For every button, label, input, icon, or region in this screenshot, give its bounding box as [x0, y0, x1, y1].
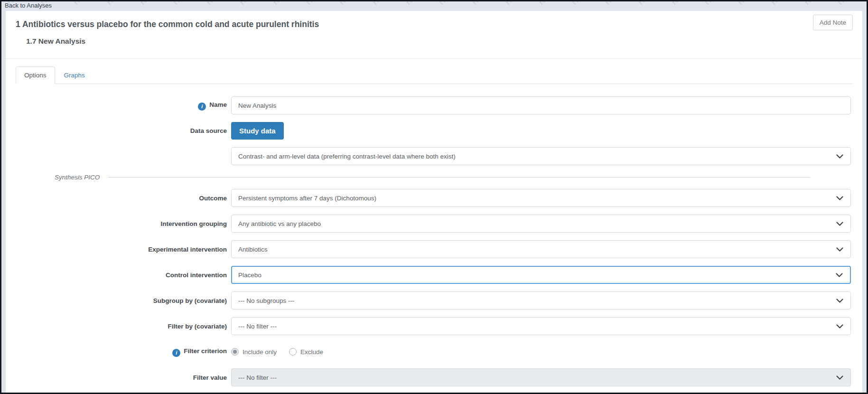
outcome-select[interactable]: Persistent symptoms after 7 days (Dichot…: [231, 189, 851, 207]
subgroup-by-label: Subgroup by (covariate): [6, 297, 227, 305]
name-input[interactable]: [231, 96, 851, 114]
experimental-intervention-select-value: Antibiotics: [238, 246, 268, 253]
study-data-button[interactable]: Study data: [231, 122, 284, 140]
name-row: iName: [6, 96, 862, 114]
filter-value-select-value: --- No filter ---: [238, 374, 277, 381]
data-source-row: Data source Study data: [6, 122, 862, 140]
control-intervention-select-value: Placebo: [238, 272, 261, 279]
radio-button-unchecked[interactable]: [289, 348, 297, 356]
name-label: iName: [6, 101, 227, 111]
subgroup-by-select[interactable]: --- No subgroups ---: [231, 291, 851, 310]
outcome-row: Outcome Persistent symptoms after 7 days…: [6, 189, 862, 207]
content-panel: 1 Antibiotics versus placebo for the com…: [6, 11, 862, 393]
intervention-grouping-select[interactable]: Any antibiotic vs any placebo: [231, 215, 851, 233]
data-type-select-value: Contrast- and arm-level data (preferring…: [238, 153, 456, 160]
name-label-text: Name: [209, 101, 227, 108]
radio-option-exclude[interactable]: Exclude: [289, 348, 323, 356]
radio-label: Include only: [243, 348, 277, 356]
radio-button-checked[interactable]: [231, 348, 239, 356]
filter-by-select[interactable]: --- No filter ---: [231, 317, 851, 335]
radio-option-include-only[interactable]: Include only: [231, 348, 277, 356]
filter-by-row: Filter by (covariate) --- No filter ---: [6, 317, 862, 335]
filter-criterion-radio-group: Include only Exclude: [231, 343, 851, 361]
data-source-label: Data source: [6, 127, 227, 135]
synthesis-pico-section: Synthesis PICO: [55, 173, 862, 181]
radio-label: Exclude: [300, 348, 323, 356]
chevron-down-icon: [836, 324, 843, 328]
filter-criterion-label-text: Filter criterion: [184, 347, 227, 355]
intervention-grouping-row: Intervention grouping Any antibiotic vs …: [6, 215, 862, 233]
add-note-button[interactable]: Add Note: [813, 15, 853, 30]
filter-value-select: --- No filter ---: [231, 368, 851, 386]
tab-bar: Options Graphs: [16, 66, 853, 84]
filter-value-row: Filter value --- No filter ---: [6, 368, 862, 386]
options-form: iName Data source Study data Contrast- a…: [6, 96, 862, 386]
info-icon[interactable]: i: [172, 349, 180, 357]
synthesis-pico-title: Synthesis PICO: [55, 174, 100, 181]
chevron-down-icon: [836, 375, 843, 380]
intervention-grouping-label: Intervention grouping: [6, 220, 227, 228]
tab-options[interactable]: Options: [16, 66, 55, 84]
experimental-intervention-label: Experimental intervention: [6, 245, 227, 253]
filter-value-label: Filter value: [6, 374, 227, 382]
back-to-analyses-link[interactable]: Back to Analyses: [5, 2, 52, 9]
section-divider: [108, 177, 810, 178]
chevron-down-icon: [836, 273, 843, 277]
chevron-down-icon: [836, 154, 843, 159]
data-type-row: Contrast- and arm-level data (preferring…: [6, 147, 862, 165]
chevron-down-icon: [836, 247, 843, 252]
top-navigation-bar: Back to Analyses: [1, 1, 867, 11]
page-title: 1 Antibiotics versus placebo for the com…: [16, 19, 853, 30]
intervention-grouping-select-value: Any antibiotic vs any placebo: [238, 220, 321, 227]
filter-criterion-row: iFilter criterion Include only Exclude: [6, 343, 862, 361]
filter-by-label: Filter by (covariate): [6, 322, 227, 330]
filter-criterion-label: iFilter criterion: [6, 347, 227, 357]
data-type-select[interactable]: Contrast- and arm-level data (preferring…: [231, 147, 851, 165]
control-intervention-select[interactable]: Placebo: [231, 266, 851, 284]
outcome-label: Outcome: [6, 194, 227, 202]
outcome-select-value: Persistent symptoms after 7 days (Dichot…: [238, 195, 376, 202]
chevron-down-icon: [836, 299, 843, 303]
experimental-intervention-row: Experimental intervention Antibiotics: [6, 240, 862, 258]
experimental-intervention-select[interactable]: Antibiotics: [231, 240, 851, 258]
app-window: rticrticrticrticrticrticrticrticrticrtic…: [0, 0, 868, 394]
chevron-down-icon: [836, 196, 843, 200]
subgroup-by-select-value: --- No subgroups ---: [238, 297, 295, 304]
filter-by-select-value: --- No filter ---: [238, 323, 277, 330]
control-intervention-row: Control intervention Placebo: [6, 266, 862, 284]
control-intervention-label: Control intervention: [6, 271, 227, 279]
subgroup-by-row: Subgroup by (covariate) --- No subgroups…: [6, 291, 862, 310]
chevron-down-icon: [836, 222, 843, 226]
info-icon[interactable]: i: [198, 103, 206, 111]
panel-header: 1 Antibiotics versus placebo for the com…: [6, 11, 862, 59]
tab-graphs[interactable]: Graphs: [56, 67, 93, 84]
analysis-subtitle: 1.7 New Analysis: [26, 37, 853, 46]
